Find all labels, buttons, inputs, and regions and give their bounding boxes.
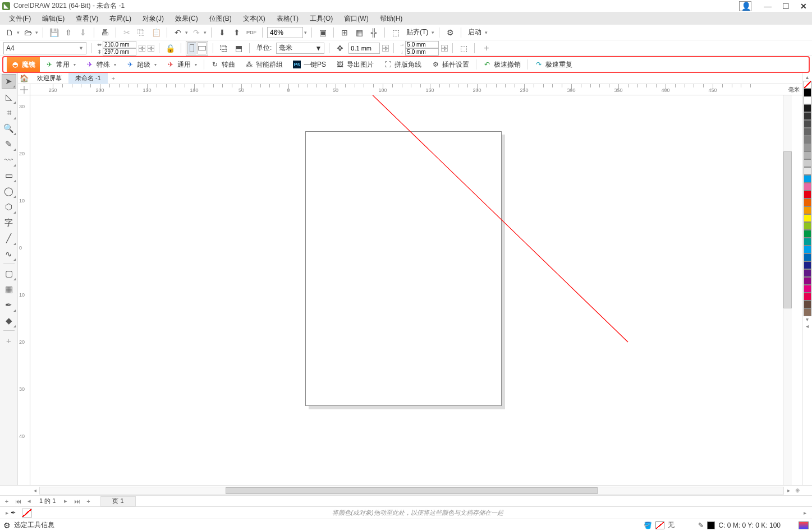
connector-tool[interactable]: ∿: [2, 247, 16, 261]
palette-up-arrow[interactable]: ▴: [806, 74, 809, 81]
color-swatch[interactable]: [804, 151, 811, 159]
dup-spinner[interactable]: ▴▾: [441, 45, 448, 52]
treat-as-filled-icon[interactable]: ⬚: [457, 42, 470, 54]
color-swatch[interactable]: [804, 96, 811, 104]
settings-gear-icon[interactable]: ⚙: [3, 521, 11, 530]
palette-right-arrow[interactable]: ▸: [801, 510, 809, 516]
color-swatch[interactable]: [804, 261, 811, 269]
home-icon[interactable]: 🏠: [18, 74, 30, 82]
color-swatch[interactable]: [804, 183, 811, 191]
palette-down-arrow[interactable]: ▾: [806, 316, 809, 323]
options-icon[interactable]: ⚙: [444, 26, 456, 39]
plugin-fast-undo[interactable]: ↶ 极速撤销: [479, 57, 525, 72]
eyedropper-tool[interactable]: ✒: [2, 298, 16, 312]
color-swatch[interactable]: [804, 198, 811, 206]
color-swatch[interactable]: [804, 293, 811, 301]
lock-ratio-icon[interactable]: 🔒: [164, 42, 176, 54]
color-swatch[interactable]: [804, 159, 811, 167]
add-tool-button[interactable]: +: [2, 333, 16, 348]
save-icon[interactable]: 💾: [48, 26, 60, 39]
import-icon[interactable]: ⬇: [216, 26, 228, 39]
page-add-button[interactable]: +: [2, 498, 11, 505]
text-tool[interactable]: 字: [2, 215, 16, 230]
color-swatch[interactable]: [804, 222, 811, 230]
open-icon[interactable]: 🗁: [22, 26, 34, 39]
color-swatch[interactable]: [804, 175, 811, 183]
startup-label[interactable]: 启动: [466, 27, 484, 37]
page-prev-button[interactable]: ◂: [25, 497, 34, 505]
height-spinner[interactable]: ▴▾: [148, 45, 154, 52]
color-swatch[interactable]: [804, 120, 811, 128]
add-property-button[interactable]: +: [479, 43, 493, 53]
user-account-icon[interactable]: 👤: [739, 1, 751, 11]
transparency-tool[interactable]: ▦: [2, 282, 16, 297]
vertical-scrollbar[interactable]: [783, 95, 792, 485]
color-swatch[interactable]: [804, 308, 811, 316]
menu-window[interactable]: 窗口(W): [338, 14, 374, 24]
page-last-button[interactable]: ⏭: [72, 498, 81, 505]
color-swatch[interactable]: [804, 277, 811, 285]
color-swatch[interactable]: [804, 144, 811, 151]
color-swatch[interactable]: [804, 167, 811, 175]
page-width-input[interactable]: [103, 41, 136, 48]
color-swatch[interactable]: [804, 89, 811, 96]
plugin-export-image[interactable]: 🖼 导出图片: [332, 57, 378, 72]
outline-color-swatch[interactable]: [707, 521, 715, 529]
menu-view[interactable]: 查看(V): [70, 14, 104, 24]
menu-file[interactable]: 文件(F): [3, 14, 36, 24]
close-button[interactable]: ✕: [797, 2, 810, 11]
nudge-spinner[interactable]: ▴▾: [382, 45, 389, 52]
color-swatch[interactable]: [804, 301, 811, 308]
show-grid-icon[interactable]: ▦: [353, 26, 365, 39]
fill-tool[interactable]: ◆: [2, 313, 16, 328]
plugin-special[interactable]: ✈ 特殊 ▾: [81, 57, 121, 72]
landscape-button[interactable]: [198, 42, 207, 54]
horizontal-ruler[interactable]: 2502001501005005010015020025030035040045…: [30, 84, 802, 95]
unit-select[interactable]: 毫米 ▼: [276, 43, 324, 54]
nudge-distance-input[interactable]: [348, 43, 380, 54]
color-swatch[interactable]: [804, 128, 811, 136]
ruler-origin[interactable]: [18, 84, 30, 95]
tab-add-button[interactable]: +: [108, 75, 119, 82]
color-swatch[interactable]: [804, 81, 811, 89]
polygon-tool[interactable]: ⬡: [2, 200, 16, 214]
snap-label[interactable]: 贴齐(T): [404, 27, 430, 37]
show-rulers-icon[interactable]: ⊞: [338, 26, 351, 39]
fullscreen-icon[interactable]: ▣: [316, 26, 329, 39]
tab-current-document[interactable]: 未命名 -1: [68, 73, 108, 84]
width-spinner[interactable]: ▴▾: [139, 45, 145, 52]
outline-pen-icon[interactable]: ✎: [698, 521, 704, 529]
pick-tool[interactable]: ➤: [2, 74, 16, 89]
color-swatch[interactable]: [804, 285, 811, 293]
expand-arrow-icon[interactable]: ▸: [3, 510, 11, 516]
zoom-tool[interactable]: 🔍: [2, 121, 16, 136]
page-tab-1[interactable]: 页 1: [100, 496, 135, 506]
plugin-general[interactable]: ✈ 通用 ▾: [162, 57, 201, 72]
palette-expand-arrow[interactable]: ◂: [806, 323, 809, 330]
plugin-zhuanqu[interactable]: ↻ 转曲: [207, 57, 240, 72]
color-proof-icon[interactable]: [799, 521, 809, 529]
menu-layout[interactable]: 布局(L): [104, 14, 137, 24]
paste-icon[interactable]: 📋: [150, 26, 162, 39]
show-guides-icon[interactable]: ╬: [368, 26, 380, 39]
fill-bucket-icon[interactable]: 🪣: [644, 521, 652, 529]
undo-icon[interactable]: ↶: [172, 26, 184, 39]
export-icon[interactable]: ⬆: [231, 26, 243, 39]
menu-text[interactable]: 文本(X): [237, 14, 271, 24]
color-swatch[interactable]: [804, 269, 811, 277]
ellipse-tool[interactable]: ◯: [2, 184, 16, 198]
redo-icon[interactable]: ↷: [190, 26, 203, 39]
plugin-super[interactable]: ✈ 超级 ▾: [122, 57, 161, 72]
cloud-down-icon[interactable]: ⇩: [77, 26, 89, 39]
color-swatch[interactable]: [804, 136, 811, 144]
copy-icon[interactable]: ⿻: [135, 26, 148, 39]
shape-tool[interactable]: ◺: [2, 90, 16, 104]
portrait-button[interactable]: [187, 42, 196, 54]
fill-none-indicator[interactable]: [655, 521, 664, 529]
no-fill-swatch[interactable]: [22, 509, 32, 518]
page-layout-icon-2[interactable]: ⬒: [232, 42, 245, 54]
minimize-button[interactable]: —: [761, 2, 774, 11]
snap-icon[interactable]: ⬚: [389, 26, 402, 39]
scroll-right-arrow[interactable]: ▸: [784, 487, 793, 493]
page-first-button[interactable]: ⏮: [13, 498, 22, 505]
